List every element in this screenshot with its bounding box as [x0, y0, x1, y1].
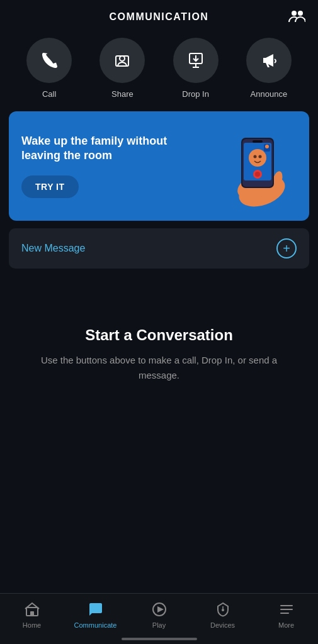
page-title: COMMUNICATION — [110, 11, 209, 23]
announce-button[interactable]: Announce — [246, 38, 292, 99]
try-it-button[interactable]: TRY IT — [21, 175, 79, 198]
home-icon — [24, 601, 40, 618]
header: COMMUNICATION — [0, 0, 318, 31]
announce-label: Announce — [251, 89, 288, 99]
svg-point-3 — [120, 56, 125, 61]
svg-point-26 — [222, 609, 224, 611]
nav-home-label: Home — [23, 621, 41, 629]
promo-content: Wake up the family without leaving the r… — [21, 134, 215, 199]
svg-rect-14 — [253, 140, 263, 143]
share-button[interactable]: Share — [99, 38, 145, 99]
dropin-circle — [173, 38, 219, 83]
svg-point-21 — [265, 145, 269, 148]
announce-circle — [246, 38, 292, 83]
nav-more-label: More — [278, 621, 294, 629]
phone-icon — [40, 51, 59, 70]
share-circle — [99, 38, 145, 83]
nav-play-label: Play — [152, 621, 166, 629]
action-buttons-row: Call Share Drop In — [0, 31, 318, 111]
home-indicator — [122, 638, 197, 640]
nav-devices[interactable]: Devices — [191, 601, 254, 629]
empty-state-subtitle: Use the buttons above to make a call, Dr… — [25, 353, 293, 383]
devices-icon — [215, 601, 231, 618]
svg-point-0 — [292, 11, 297, 16]
share-label: Share — [111, 89, 133, 99]
play-icon — [151, 601, 168, 618]
promo-text: Wake up the family without leaving the r… — [21, 134, 208, 164]
dropin-label: Drop In — [182, 89, 209, 99]
call-label: Call — [42, 89, 56, 99]
communicate-icon — [88, 601, 104, 618]
contacts-icon[interactable] — [288, 7, 305, 25]
nav-communicate[interactable]: Communicate — [64, 601, 127, 629]
more-icon — [278, 601, 295, 618]
empty-state: Start a Conversation Use the buttons abo… — [0, 276, 318, 408]
new-message-plus-icon: + — [276, 238, 297, 258]
drop-in-button[interactable]: Drop In — [173, 38, 219, 99]
bottom-nav: Home Communicate Play Devices More — [0, 593, 318, 644]
nav-home[interactable]: Home — [0, 601, 64, 629]
svg-point-17 — [259, 155, 262, 158]
svg-rect-23 — [30, 611, 34, 616]
svg-point-16 — [254, 155, 257, 158]
nav-communicate-label: Communicate — [74, 621, 117, 629]
svg-point-1 — [298, 11, 303, 16]
announce-icon — [259, 51, 278, 70]
nav-more[interactable]: More — [254, 601, 318, 629]
nav-play[interactable]: Play — [127, 601, 191, 629]
phone-hand-illustration — [215, 125, 297, 207]
empty-state-title: Start a Conversation — [25, 326, 293, 344]
new-message-label: New Message — [21, 243, 85, 254]
promo-illustration — [215, 125, 297, 207]
call-button[interactable]: Call — [26, 38, 72, 99]
share-icon — [113, 51, 132, 70]
svg-point-15 — [249, 149, 266, 167]
new-message-row[interactable]: New Message + — [9, 228, 309, 269]
call-circle — [26, 38, 72, 83]
promo-banner: Wake up the family without leaving the r… — [9, 111, 309, 221]
svg-marker-25 — [157, 606, 164, 613]
svg-point-19 — [255, 172, 260, 177]
nav-devices-label: Devices — [210, 621, 235, 629]
dropin-icon — [186, 51, 205, 70]
